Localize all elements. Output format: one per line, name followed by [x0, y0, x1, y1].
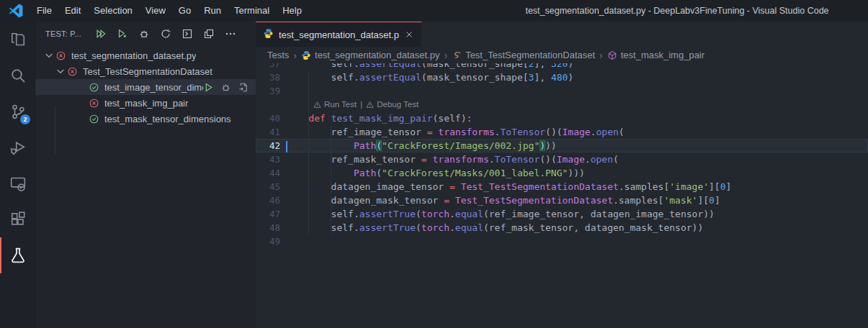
- line-content: Path("CrackForest/Masks/001_label.PNG"))…: [280, 166, 585, 180]
- line-number[interactable]: 39: [256, 84, 280, 98]
- test-failed-icon: [89, 97, 100, 109]
- vscode-window: FileEditSelectionViewGoRunTerminalHelp t…: [0, 0, 868, 328]
- run-and-debug-icon: [9, 139, 27, 156]
- line-number[interactable]: 42: [256, 139, 280, 152]
- activity-item-run-and-debug[interactable]: [0, 129, 35, 165]
- line-number[interactable]: 47: [256, 207, 280, 221]
- code-line-39[interactable]: 39: [256, 84, 868, 98]
- menu-bar: FileEditSelectionViewGoRunTerminalHelp: [30, 0, 308, 22]
- menu-view[interactable]: View: [139, 0, 172, 22]
- python-icon: [263, 28, 274, 41]
- breadcrumb-item-tests[interactable]: Tests: [267, 50, 289, 60]
- tab-label: test_segmentation_dataset.py: [279, 29, 399, 40]
- line-number[interactable]: 40: [256, 111, 280, 125]
- tree-item-test-mask-tensor-dimensions[interactable]: test_mask_tensor_dimensions: [35, 111, 256, 127]
- codelens-label: Debug Test: [377, 98, 419, 111]
- activity-item-explorer[interactable]: [0, 22, 35, 58]
- show-test-output-icon: [182, 28, 193, 40]
- code-line-42[interactable]: 42 Path("CrackForest/Images/002.jpg"))): [256, 139, 868, 152]
- debug-test-link[interactable]: Debug Test: [366, 98, 419, 111]
- code-line-37[interactable]: 37 self.assertEqual(mask_tensor_shape[2]…: [256, 63, 868, 70]
- tree-item-actions: [203, 82, 256, 93]
- run-test-icon[interactable]: [203, 82, 214, 93]
- code-line-43[interactable]: 43 ref_mask_tensor = transforms.ToTensor…: [256, 152, 868, 166]
- codelens-row: Run Test | Debug Test: [256, 98, 868, 111]
- tree-item-test-image-tensor-dimens[interactable]: test_image_tensor_dimens...: [35, 79, 256, 95]
- line-content: [280, 84, 286, 98]
- class-symbol-icon: [452, 50, 462, 60]
- testing-icon: [9, 247, 27, 264]
- line-number[interactable]: 48: [256, 221, 280, 234]
- breadcrumb-label: Test_TestSegmentationDataset: [465, 50, 595, 60]
- refresh-tests-icon: [160, 28, 171, 40]
- breadcrumbs: Tests›test_segmentation_dataset.py›Test_…: [256, 47, 868, 63]
- method-symbol-icon: [607, 50, 617, 60]
- activity-item-search[interactable]: [0, 58, 35, 94]
- refresh-tests-button[interactable]: [159, 28, 171, 40]
- code-line-38[interactable]: 38 self.assertEqual(mask_tensor_shape[3]…: [256, 70, 868, 84]
- more-actions-button[interactable]: [224, 28, 236, 40]
- tab-test-segmentation-dataset[interactable]: test_segmentation_dataset.py: [256, 22, 421, 47]
- activity-item-remote-explorer[interactable]: [0, 165, 35, 201]
- tree-item-test-mask-img-pair[interactable]: test_mask_img_pair: [35, 95, 256, 111]
- line-number[interactable]: 43: [256, 152, 280, 166]
- breadcrumb-separator: ›: [599, 50, 603, 61]
- code-line-47[interactable]: 47 self.assertTrue(torch.equal(ref_image…: [256, 207, 868, 221]
- sidebar-toolbar: [94, 28, 236, 40]
- menu-selection[interactable]: Selection: [87, 0, 138, 22]
- search-icon: [9, 67, 27, 84]
- line-number[interactable]: 37: [256, 63, 280, 64]
- line-content: Path("CrackForest/Images/002.jpg"))): [280, 139, 557, 152]
- menu-go[interactable]: Go: [172, 0, 197, 22]
- menu-help[interactable]: Help: [276, 0, 308, 22]
- go-to-test-icon[interactable]: [238, 82, 249, 93]
- code-line-45[interactable]: 45 datagen_image_tensor = Test_TestSegme…: [256, 180, 868, 193]
- tree-item-label: test_segmentation_dataset.py: [71, 50, 196, 61]
- activity-item-source-control[interactable]: 2: [0, 94, 35, 129]
- indent-guide: [331, 125, 331, 234]
- line-number[interactable]: 45: [256, 180, 280, 193]
- run-test-link[interactable]: Run Test: [313, 98, 357, 111]
- extensions-icon: [9, 211, 27, 228]
- tab-bar: test_segmentation_dataset.py: [256, 22, 868, 47]
- debug-all-tests-button[interactable]: [138, 28, 150, 40]
- line-number[interactable]: 41: [256, 125, 280, 139]
- menu-run[interactable]: Run: [197, 0, 228, 22]
- breadcrumb-item-test-mask-img-pair[interactable]: test_mask_img_pair: [607, 50, 704, 60]
- more-actions-icon: [225, 28, 236, 40]
- run-all-tests-button[interactable]: [94, 28, 107, 40]
- debug-test-icon[interactable]: [220, 82, 231, 93]
- code-line-44[interactable]: 44 Path("CrackForest/Masks/001_label.PNG…: [256, 166, 868, 180]
- line-number[interactable]: 49: [256, 234, 280, 248]
- line-content: ref_image_tensor = transforms.ToTensor()…: [280, 125, 625, 139]
- code-editor[interactable]: 37 self.assertEqual(mask_tensor_shape[2]…: [256, 63, 868, 328]
- menu-terminal[interactable]: Terminal: [228, 0, 276, 22]
- breadcrumb-separator: ›: [444, 50, 447, 61]
- activity-item-testing[interactable]: [0, 237, 35, 273]
- line-number[interactable]: 44: [256, 166, 280, 180]
- code-line-41[interactable]: 41 ref_image_tensor = transforms.ToTenso…: [256, 125, 868, 139]
- line-number[interactable]: 38: [256, 70, 280, 84]
- breadcrumb-label: test_mask_img_pair: [621, 50, 704, 60]
- menu-edit[interactable]: Edit: [58, 0, 87, 22]
- code-line-46[interactable]: 46 datagen_mask_tensor = Test_TestSegmen…: [256, 193, 868, 207]
- menu-file[interactable]: File: [30, 0, 58, 22]
- tree-item-test-testsegmentationdataset[interactable]: Test_TestSegmentationDataset: [35, 63, 256, 79]
- line-number[interactable]: 46: [256, 193, 280, 207]
- rerun-failed-tests-button[interactable]: [116, 28, 128, 40]
- breadcrumb-item-test-testsegmentationdataset[interactable]: Test_TestSegmentationDataset: [452, 50, 595, 60]
- collapse-all-button[interactable]: [202, 28, 215, 40]
- show-test-output-button[interactable]: [181, 28, 193, 40]
- run-all-tests-icon: [95, 28, 107, 40]
- breadcrumb-item-test-segmentation-dataset-py[interactable]: test_segmentation_dataset.py: [301, 50, 439, 60]
- tree-item-label: test_image_tensor_dimens...: [104, 82, 203, 93]
- tree-item-test-segmentation-dataset-py[interactable]: test_segmentation_dataset.py: [35, 47, 256, 63]
- breadcrumb-label: Tests: [267, 50, 289, 60]
- code-line-49[interactable]: 49: [256, 234, 868, 248]
- code-line-40[interactable]: 40 def test_mask_img_pair(self):: [256, 111, 868, 125]
- code-line-48[interactable]: 48 self.assertTrue(torch.equal(ref_mask_…: [256, 221, 868, 234]
- indent-guide: [308, 70, 309, 234]
- activity-item-extensions[interactable]: [0, 201, 35, 237]
- close-tab-icon[interactable]: [404, 29, 414, 40]
- sidebar-title: TEST: P...: [45, 29, 81, 38]
